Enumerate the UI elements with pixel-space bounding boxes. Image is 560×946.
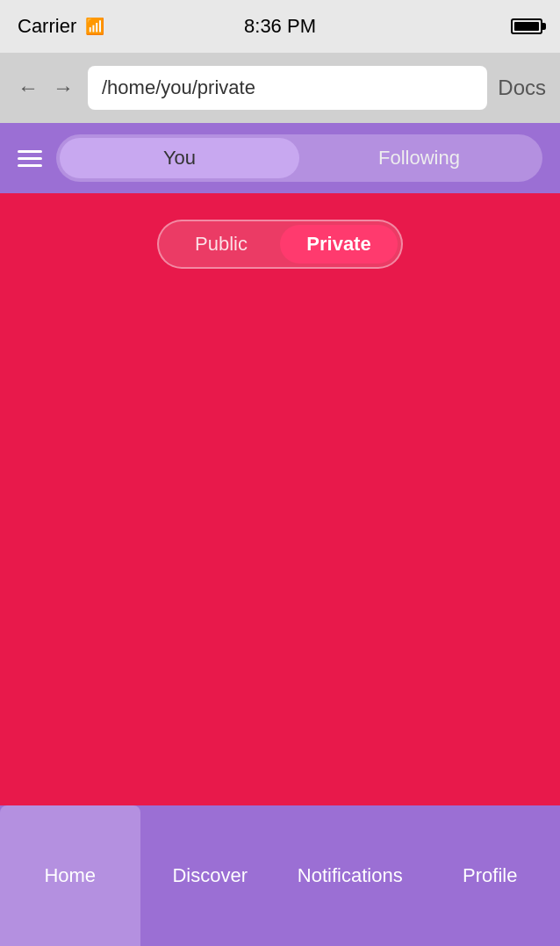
public-private-toggle: Public Private	[157, 220, 403, 269]
app-header: You Following	[0, 123, 560, 193]
nav-item-home[interactable]: Home	[0, 805, 140, 946]
toggle-public[interactable]: Public	[162, 225, 280, 264]
address-text: /home/you/private	[102, 76, 255, 99]
forward-button[interactable]: →	[49, 72, 77, 104]
hamburger-line-1	[18, 150, 42, 153]
nav-item-discover[interactable]: Discover	[140, 805, 281, 946]
status-bar-left: Carrier 📶	[18, 15, 104, 38]
hamburger-icon[interactable]	[18, 150, 42, 167]
nav-profile-label: Profile	[463, 864, 517, 887]
battery-fill	[514, 22, 539, 31]
status-bar-right	[511, 18, 542, 34]
battery-icon	[511, 18, 542, 34]
nav-notifications-label: Notifications	[298, 864, 403, 887]
nav-buttons: ← →	[14, 72, 77, 104]
wifi-icon: 📶	[85, 17, 104, 36]
bottom-nav: Home Discover Notifications Profile	[0, 805, 560, 946]
hamburger-line-3	[18, 164, 42, 167]
main-content: Public Private	[0, 193, 560, 805]
browser-bar: ← → /home/you/private Docs	[0, 53, 560, 123]
hamburger-line-2	[18, 157, 42, 160]
tab-you[interactable]: You	[60, 138, 299, 178]
nav-discover-label: Discover	[172, 864, 248, 887]
nav-home-label: Home	[44, 864, 96, 887]
docs-link[interactable]: Docs	[498, 76, 546, 100]
back-button[interactable]: ←	[14, 72, 42, 104]
address-bar[interactable]: /home/you/private	[88, 66, 487, 110]
tab-following[interactable]: Following	[299, 138, 539, 178]
tab-switcher: You Following	[56, 134, 542, 182]
toggle-private[interactable]: Private	[280, 225, 398, 264]
nav-item-notifications[interactable]: Notifications	[280, 805, 420, 946]
status-bar-time: 8:36 PM	[244, 15, 316, 38]
status-bar: Carrier 📶 8:36 PM	[0, 0, 560, 53]
carrier-label: Carrier	[18, 15, 76, 38]
nav-item-profile[interactable]: Profile	[420, 805, 561, 946]
